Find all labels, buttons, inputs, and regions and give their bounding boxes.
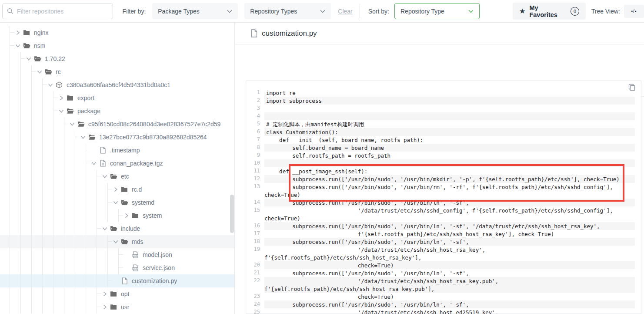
chevron-right-icon[interactable] <box>101 290 108 297</box>
tree-item-usr[interactable]: usr <box>0 300 234 314</box>
code-line-text: subprocess.run(['/usr/bin/sudo', '/usr/b… <box>264 270 469 277</box>
chevron-down-icon[interactable] <box>14 42 21 49</box>
line-number: 6 <box>246 128 264 136</box>
chevron-down-icon[interactable] <box>101 225 108 232</box>
chevron-right-icon[interactable] <box>58 95 65 101</box>
tree-flat-toggle-icon: ▪/▪ <box>631 9 637 14</box>
repository-search[interactable] <box>2 3 113 19</box>
chevron-right-icon[interactable] <box>123 212 130 219</box>
search-input[interactable] <box>17 8 108 15</box>
chevron-down-icon[interactable] <box>112 238 119 245</box>
tree-item-nginx[interactable]: nginx <box>0 26 234 39</box>
tree-connector-line <box>50 105 58 118</box>
search-icon <box>7 8 13 14</box>
folder-open-icon <box>77 120 85 128</box>
tree-item-mds[interactable]: mds <box>0 235 234 248</box>
chevron-down-icon[interactable] <box>80 134 87 141</box>
tree-guide-line <box>7 157 17 170</box>
chevron-right-icon[interactable] <box>101 304 108 311</box>
chevron-down-icon[interactable] <box>47 81 54 88</box>
tree-item-conan_package.tgz[interactable]: conan_package.tgz <box>0 157 234 170</box>
code-line-text-cell <box>264 112 635 120</box>
chevron-down-icon[interactable] <box>36 68 43 75</box>
tree-guide-line <box>28 91 39 105</box>
tree-item-rc[interactable]: rc <box>0 65 234 78</box>
code-line-text: import subprocess <box>264 98 322 104</box>
tree-item-label: system <box>143 212 162 219</box>
tree-guide-line <box>7 196 17 209</box>
tree-item-customization.py[interactable]: customization.py <box>0 274 234 287</box>
tree-guide-line <box>28 105 39 118</box>
tree-guide-line <box>72 287 83 300</box>
tree-item-1.70.22[interactable]: 1.70.22 <box>0 52 234 65</box>
tree-connector-line <box>115 261 123 274</box>
code-line-2: 2import subprocess <box>246 97 641 105</box>
sort-dropdown[interactable]: Repository Type <box>394 3 480 19</box>
package-types-dropdown[interactable]: Package Types <box>152 3 238 19</box>
tree-item-label: c380a3a606faa56cf4d594331bd0a0c1 <box>67 81 170 88</box>
chevron-down-icon[interactable] <box>90 160 97 167</box>
tree-item-etc[interactable]: etc <box>0 170 234 183</box>
code-line-text: subprocess.run(['/usr/bin/sudo', '/usr/b… <box>264 301 469 308</box>
sort-by-label: Sort by: <box>368 8 389 15</box>
svg-text:JSON: JSON <box>133 268 137 270</box>
code-line-text: self.board_name = board_name <box>264 145 384 151</box>
tree-scrollbar-thumb[interactable] <box>230 195 234 233</box>
topbar-divider <box>360 4 360 18</box>
tree-item-model.json[interactable]: JSONmodel.json <box>0 248 234 261</box>
tree-item-c380a3a606faa56cf4d594331bd0a0c1[interactable]: c380a3a606faa56cf4d594331bd0a0c1 <box>0 78 234 91</box>
tree-guide-line <box>72 261 83 274</box>
folder-closed-icon <box>109 303 118 311</box>
tree-item-package[interactable]: package <box>0 105 234 118</box>
tree-guide-line <box>93 183 104 196</box>
tree-item-rc.d[interactable]: rc.d <box>0 183 234 196</box>
tree-guide-line <box>28 235 39 248</box>
code-line-text-cell: '/data/trust/etc/ssh/sshd_config', f'{se… <box>264 206 635 222</box>
tree-guide-line <box>39 261 50 274</box>
chevron-down-icon[interactable] <box>112 199 119 206</box>
code-line-18: 18 subprocess.run(['/usr/bin/sudo', '/us… <box>246 238 641 246</box>
tree-guide-line <box>28 196 39 209</box>
chevron-right-icon[interactable] <box>112 186 119 193</box>
tree-item-include[interactable]: include <box>0 222 234 235</box>
tree-item-opt[interactable]: opt <box>0 287 234 300</box>
chevron-down-icon[interactable] <box>25 55 32 62</box>
tree-item-system[interactable]: system <box>0 209 234 222</box>
tree-item-export[interactable]: export <box>0 91 234 105</box>
line-number: 18 <box>246 238 264 246</box>
tree-guide-line <box>28 261 39 274</box>
tree-guide-line <box>39 209 50 222</box>
tree-guide-line <box>50 170 61 183</box>
tree-guide-line <box>7 144 17 157</box>
tree-item-.timestamp[interactable]: .timestamp <box>0 144 234 157</box>
my-favorites-button[interactable]: ★ My Favorites 0 <box>513 3 586 20</box>
file-icon <box>98 146 107 154</box>
tree-guide-line <box>61 261 72 274</box>
tree-guide-line <box>61 170 72 183</box>
code-line-11: 11 def __post_image_ssh(self): <box>246 167 641 175</box>
tree-item-c95f6150cd08c2640804d3ee028367527e7c2d59[interactable]: c95f6150cd08c2640804d3ee028367527e7c2d59 <box>0 118 234 131</box>
chevron-down-icon[interactable] <box>101 173 108 180</box>
repository-types-dropdown[interactable]: Repository Types <box>244 3 331 19</box>
tree-item-service.json[interactable]: JSONservice.json <box>0 261 234 274</box>
chevron-right-icon[interactable] <box>14 29 21 36</box>
tree-item-systemd[interactable]: systemd <box>0 196 234 209</box>
tree-flat-view-toggle[interactable]: ▪/▪ <box>624 5 644 18</box>
tree-guide-line <box>72 144 83 157</box>
tree-item-13e27bce0773c9b8730a892682d85264[interactable]: 13e27bce0773c9b8730a892682d85264 <box>0 131 234 144</box>
file-detail-panel: customization.py General View Source 1im… <box>235 23 644 314</box>
tree-guide-line <box>72 209 83 222</box>
code-line-10: 10 <box>246 159 641 167</box>
code-line-text-cell: check=True) <box>264 293 635 300</box>
clear-filters-link[interactable]: Clear <box>338 8 352 15</box>
json-file-icon: JSON <box>131 264 140 272</box>
chevron-down-icon[interactable] <box>69 121 76 128</box>
chevron-spacer <box>123 264 130 271</box>
chevron-down-icon[interactable] <box>58 108 65 115</box>
code-line-5: 5# 定制化脚本，由manifest构建时调用 <box>246 120 641 128</box>
tree-guide-line <box>39 183 50 196</box>
repository-tree: nginxnsm1.70.22rcc380a3a606faa56cf4d5943… <box>0 23 234 314</box>
tree-guide-line <box>7 65 17 78</box>
tree-item-nsm[interactable]: nsm <box>0 39 234 52</box>
code-line-text: # 定制化脚本，由manifest构建时调用 <box>264 121 364 128</box>
